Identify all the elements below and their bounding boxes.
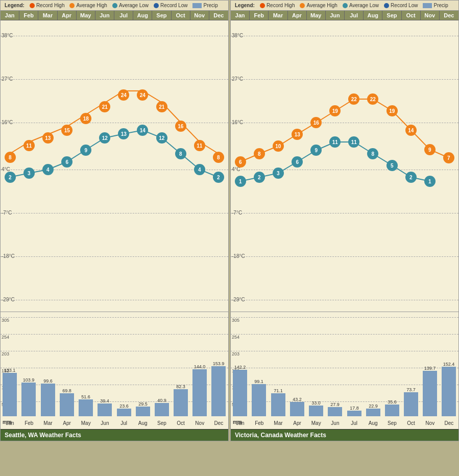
v-month-mar: Mar bbox=[269, 11, 287, 20]
victoria-temp-chart: 38°C 27°C 16°C 4°C -7°C -18°C -29°C bbox=[231, 20, 458, 312]
legend-precip-v: Precip bbox=[423, 3, 448, 8]
v-bar-jan bbox=[233, 370, 247, 416]
v-bar-dec bbox=[442, 367, 456, 416]
month-nov: Nov bbox=[190, 11, 209, 20]
month-jun: Jun bbox=[95, 11, 114, 20]
v-ah-mar: 10 bbox=[273, 140, 284, 152]
v-month-sep: Sep bbox=[382, 11, 401, 20]
v-precip-month-may: May bbox=[307, 420, 326, 426]
v-al-nov: 1 bbox=[424, 176, 436, 187]
bar-label-dec: 153.9 bbox=[211, 361, 226, 366]
v-bar-aug bbox=[366, 409, 380, 416]
bar-label-apr: 69.8 bbox=[60, 388, 74, 393]
v-temp-label-n29: -29°C bbox=[232, 297, 245, 302]
bar-label-mar: 99.6 bbox=[41, 378, 55, 384]
seattle-al-apr: 6 bbox=[61, 156, 73, 168]
seattle-ah-aug: 24 bbox=[137, 89, 148, 101]
v-bar-oct bbox=[404, 392, 418, 416]
record-low-dot bbox=[154, 3, 159, 8]
v-month-may: May bbox=[307, 11, 326, 20]
temp-label-27: 27°C bbox=[2, 76, 13, 82]
month-feb: Feb bbox=[19, 11, 38, 20]
precip-month-aug: Aug bbox=[133, 420, 152, 426]
bar-dec bbox=[211, 366, 226, 416]
v-gridline-16: 16°C bbox=[231, 123, 458, 123]
bar-apr bbox=[60, 393, 74, 416]
avg-high-label-v: Average High bbox=[306, 3, 337, 8]
v-al-aug: 8 bbox=[367, 148, 378, 159]
month-jul: Jul bbox=[114, 11, 133, 20]
precip-label: Precip bbox=[203, 3, 218, 8]
v-precip-grid-254: 254 bbox=[231, 334, 458, 335]
precip-months: Jan Feb Mar Apr May Jun Jul Aug Sep Oct … bbox=[1, 420, 228, 426]
precip-month-oct: Oct bbox=[172, 420, 190, 426]
v-bar-label-sep: 35.6 bbox=[385, 399, 399, 404]
temp-label-n18: -18°C bbox=[2, 253, 15, 259]
temp-label-n29: -29°C bbox=[2, 297, 15, 302]
legend-label: Legend: bbox=[5, 3, 25, 8]
gridline-n7: -7°C bbox=[1, 213, 228, 213]
victoria-months-top: Jan Feb Mar Apr May Jun Jul Aug Sep Oct … bbox=[231, 11, 458, 20]
victoria-panel: Legend: Record High Average High Average… bbox=[230, 0, 459, 441]
v-precip-month-mar: Mar bbox=[269, 420, 287, 426]
precip-month-nov: Nov bbox=[190, 420, 209, 426]
precip-month-sep: Sep bbox=[152, 420, 171, 426]
v-precip-label-203: 203 bbox=[232, 351, 239, 356]
gridline-16: 16°C bbox=[1, 123, 228, 123]
bar-label-jan: 133.1 bbox=[3, 368, 17, 373]
seattle-ah-nov: 11 bbox=[194, 140, 205, 151]
precip-month-jul: Jul bbox=[114, 420, 133, 426]
v-gridline-n18: -18°C bbox=[231, 256, 458, 257]
avg-low-dot-v bbox=[343, 3, 348, 8]
gridline-n29: -29°C bbox=[1, 300, 228, 300]
v-bar-may bbox=[309, 406, 323, 416]
v-ah-aug: 22 bbox=[367, 93, 378, 105]
seattle-panel: Legend: Record High Average High Average… bbox=[0, 0, 229, 441]
bar-label-sep: 40.9 bbox=[155, 398, 169, 403]
bar-sep bbox=[155, 403, 169, 416]
v-month-feb: Feb bbox=[250, 11, 269, 20]
legend-precip: Precip bbox=[192, 3, 218, 8]
v-bar-label-nov: 139.7 bbox=[423, 366, 437, 371]
v-al-may: 9 bbox=[310, 145, 322, 156]
precip-month-feb: Feb bbox=[19, 420, 38, 426]
v-bar-label-mar: 71.1 bbox=[271, 388, 285, 393]
legend-record-low: Record Low bbox=[154, 3, 187, 8]
v-month-nov: Nov bbox=[421, 11, 440, 20]
precip-grid-254: 254 bbox=[1, 334, 228, 335]
v-bar-label-jun: 27.9 bbox=[328, 402, 342, 407]
month-apr: Apr bbox=[58, 11, 77, 20]
precip-rect-v bbox=[423, 3, 432, 8]
v-precip-month-nov: Nov bbox=[421, 420, 440, 426]
seattle-ah-jan: 8 bbox=[5, 152, 16, 163]
v-bar-jun bbox=[328, 407, 342, 416]
seattle-ah-jun: 21 bbox=[99, 101, 110, 112]
legend-record-high: Record High bbox=[30, 3, 65, 8]
avg-low-dot bbox=[112, 3, 117, 8]
temp-label-n7: -7°C bbox=[2, 210, 12, 216]
v-month-aug: Aug bbox=[364, 11, 382, 20]
v-temp-label-n7: -7°C bbox=[232, 210, 242, 216]
v-precip-month-dec: Dec bbox=[440, 420, 458, 426]
v-al-jun: 11 bbox=[329, 136, 341, 148]
avg-low-label: Average Low bbox=[119, 3, 149, 8]
bar-may bbox=[79, 399, 93, 416]
seattle-ah-oct: 16 bbox=[175, 121, 186, 132]
precip-month-jun: Jun bbox=[95, 420, 114, 426]
seattle-al-dec: 2 bbox=[213, 172, 224, 183]
month-sep: Sep bbox=[152, 11, 171, 20]
v-ah-may: 16 bbox=[310, 117, 322, 128]
precip-label-305: 305 bbox=[2, 318, 9, 323]
bar-label-aug: 29.5 bbox=[136, 401, 150, 407]
precip-month-may: May bbox=[77, 420, 95, 426]
month-jan: Jan bbox=[1, 11, 19, 20]
v-al-sep: 5 bbox=[386, 160, 398, 171]
v-precip-month-jan: Jan bbox=[231, 420, 250, 426]
victoria-title: Victoria, Canada Weather Facts bbox=[231, 429, 458, 441]
seattle-ah-jul: 24 bbox=[118, 89, 129, 101]
v-bar-label-feb: 99.1 bbox=[252, 379, 266, 384]
v-precip-month-aug: Aug bbox=[364, 420, 382, 426]
v-al-oct: 2 bbox=[405, 172, 417, 183]
seattle-lines-svg bbox=[1, 20, 228, 312]
legend-record-high-v: Record High bbox=[260, 3, 295, 8]
